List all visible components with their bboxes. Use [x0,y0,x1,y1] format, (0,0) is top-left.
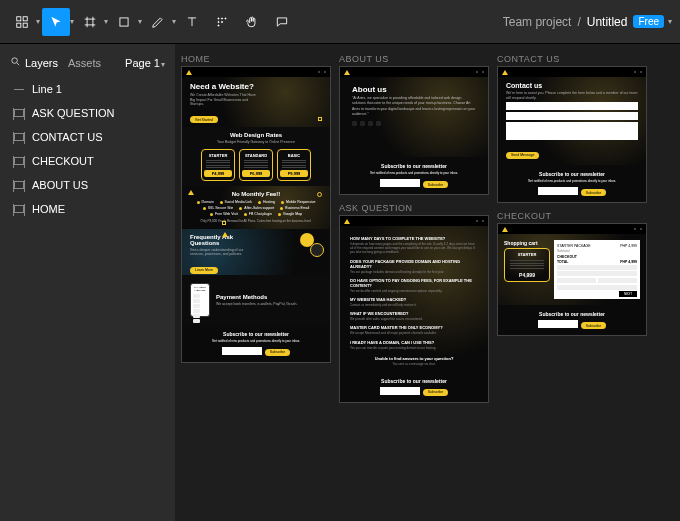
layer-row-frame[interactable]: CHECKOUT [0,149,175,173]
layer-label: CHECKOUT [32,155,94,167]
svg-rect-0 [17,16,21,20]
svg-point-11 [12,58,18,64]
faq-question: MASTER CARD MASTER THE ONLY ECONOMY? [350,325,478,330]
tab-assets[interactable]: Assets [68,57,101,69]
hand-tool-button[interactable] [238,8,266,36]
search-icon[interactable] [10,56,21,69]
svg-rect-3 [23,23,27,27]
checkout-summary: STARTER PACKAGEPHP 4,999 Subtotal CHECKO… [554,240,640,299]
frame-icon [14,133,24,141]
newsletter-input [222,347,262,355]
send-button: Send Message [506,152,539,159]
move-tool-button[interactable] [42,8,70,36]
chevron-down-icon[interactable]: ▾ [104,17,108,26]
frame-title[interactable]: CHECKOUT [497,211,647,221]
text-tool-button[interactable] [178,8,206,36]
svg-rect-2 [17,23,21,27]
faq-question: DO HAVE OPTION TO PAY ONGOING FEES, FOR … [350,278,478,288]
nomonthly-note: Only P3,000 Yearly Renewal for All Plans… [190,220,322,224]
layer-row-frame[interactable]: ASK QUESTION [0,101,175,125]
contact-heading: Contact us [506,82,638,89]
faq-cta-button: Learn More [190,267,218,274]
newsletter-sub: Get notified of new products and promoti… [190,339,322,343]
frame-title[interactable]: ASK QUESTION [339,203,489,213]
newsletter-heading: Subscribe to our newsletter [348,163,480,169]
plan-badge[interactable]: Free [633,15,664,28]
chevron-down-icon[interactable]: ▾ [172,17,176,26]
shape-tool-button[interactable] [110,8,138,36]
svg-rect-4 [120,17,128,25]
next-button: NEXT [619,291,637,297]
newsletter-heading: Subscribe to our newsletter [190,331,322,337]
canvas[interactable]: HOME Need a Website? We Create Affordabl… [175,44,680,521]
breadcrumb-team[interactable]: Team project [503,15,572,29]
layer-row-line[interactable]: Line 1 [0,77,175,101]
resources-button[interactable] [208,8,236,36]
svg-point-7 [225,17,226,18]
plan-card: STARTERP4,999 [201,149,235,182]
svg-point-8 [218,21,219,22]
frame-home[interactable]: Need a Website? We Create Affordable Web… [181,66,331,363]
layer-label: ASK QUESTION [32,107,115,119]
frame-title[interactable]: ABOUT US [339,54,489,64]
frame-title[interactable]: CONTACT US [497,54,647,64]
frame-askq[interactable]: HOW MANY DAYS TO COMPLETE THE WEBSITE? I… [339,215,489,403]
hero-heading: Need a Website? [190,82,322,91]
rates-heading: Web Design Rates [190,132,322,138]
about-body: "At Aries, we specialize in providing af… [352,96,476,117]
cart-heading: Shopping cart [504,240,550,246]
breadcrumb-title[interactable]: Untitled [587,15,628,29]
top-toolbar: ▾ ▾ ▾ ▾ ▾ Team project / Untitled Free ▾ [0,0,680,44]
faq-question: HOW MANY DAYS TO COMPLETE THE WEBSITE? [350,236,478,241]
newsletter-heading: Subscribe to our newsletter [348,378,480,384]
svg-point-9 [221,21,222,22]
layer-row-frame[interactable]: ABOUT US [0,173,175,197]
logo-icon [186,70,192,75]
phone-illustration: PAYMENT METHOD [190,283,210,317]
plan-card: BASICP9,999 [277,149,311,182]
payment-heading: Payment Methods [216,294,297,300]
layer-row-frame[interactable]: HOME [0,197,175,221]
mock-nav [182,67,330,77]
frame-icon [14,109,24,117]
layer-label: Line 1 [32,83,62,95]
subscribe-button: Subscribe [423,389,449,396]
tab-layers[interactable]: Layers [25,57,58,69]
layer-label: HOME [32,203,65,215]
contact-field [506,112,638,120]
breadcrumb-sep: / [577,15,580,29]
subscribe-button: Subscribe [423,181,449,188]
frame-about[interactable]: About us "At Aries, we specialize in pro… [339,66,489,195]
frame-tool-button[interactable] [76,8,104,36]
layer-label: ABOUT US [32,179,88,191]
newsletter-heading: Subscribe to our newsletter [506,171,638,177]
main-menu-button[interactable] [8,8,36,36]
frame-icon [14,205,24,213]
left-panel: Layers Assets Page 1 ▾ Line 1 ASK QUESTI… [0,44,175,521]
frame-icon [14,181,24,189]
hero-cta-button: Get Started [190,116,218,123]
faq-answer: It depends on how many pages and the com… [350,242,478,255]
chevron-down-icon[interactable]: ▾ [36,17,40,26]
faq-illustration [300,233,324,257]
comment-tool-button[interactable] [268,8,296,36]
plan-card: STANDARDP6,999 [239,149,273,182]
about-heading: About us [352,85,476,94]
frame-contact[interactable]: Contact us We're here to assist you. Ple… [497,66,647,203]
frame-title[interactable]: HOME [181,54,331,64]
contact-field [506,102,638,110]
faq-question: WHAT IF WE ENCOUNTERED? [350,311,478,316]
subscribe-button: Subscribe [581,322,607,329]
chevron-down-icon[interactable]: ▾ [138,17,142,26]
frame-checkout[interactable]: Shopping cart STARTER P4,999 STARTER PAC… [497,223,647,336]
chevron-down-icon[interactable]: ▾ [70,17,74,26]
feature-list: Domain Social Media Link Hosting Mobile … [190,200,322,216]
faq-question: I READY HAVE A DOMAIN, CAN I USE THIS? [350,340,478,345]
layer-row-frame[interactable]: CONTACT US [0,125,175,149]
chevron-down-icon[interactable]: ▾ [668,17,672,26]
newsletter-section: Subscribe to our newsletter Get notified… [182,325,330,362]
pen-tool-button[interactable] [144,8,172,36]
faq-question: DOES YOUR PACKAGE PROVIDE DOMAIN AND HOS… [350,259,478,269]
pages-dropdown[interactable]: Page 1 ▾ [125,57,165,69]
svg-point-5 [218,17,219,18]
